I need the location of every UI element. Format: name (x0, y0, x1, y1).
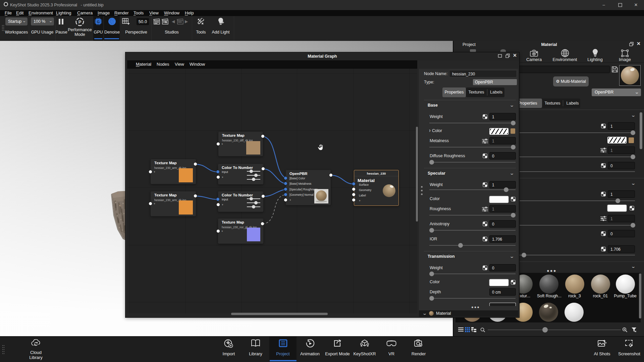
svg-text:G: G (97, 20, 100, 24)
svg-text:P: P (78, 19, 82, 24)
